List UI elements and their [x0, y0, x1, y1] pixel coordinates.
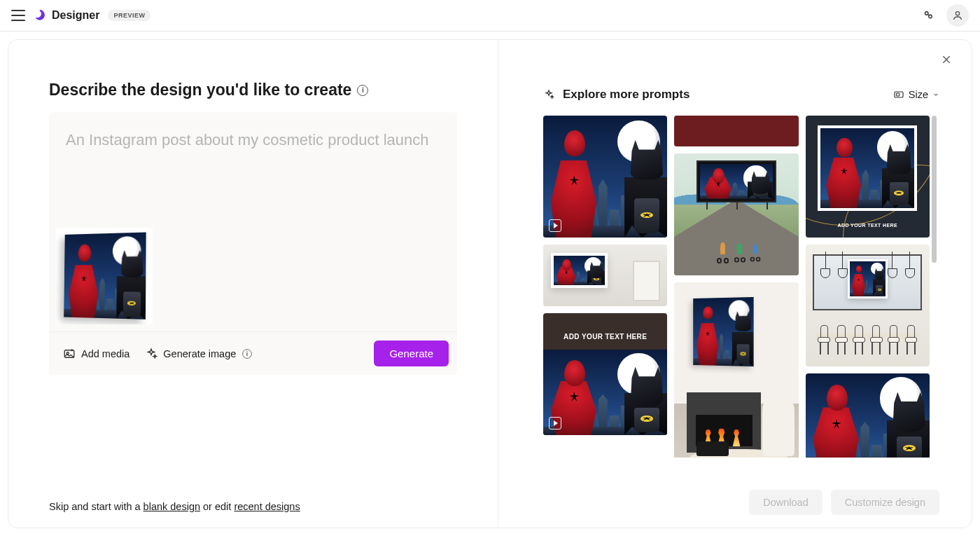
sparkle-icon — [145, 348, 158, 360]
explore-heading-label: Explore more prompts — [563, 88, 690, 102]
play-icon — [549, 417, 561, 430]
app-header: Designer PREVIEW — [0, 0, 980, 32]
aspect-ratio-icon — [893, 89, 904, 100]
preview-badge: PREVIEW — [108, 10, 150, 21]
main-card: Describe the design you'd like to create… — [8, 39, 972, 528]
recent-designs-link[interactable]: recent designs — [234, 501, 300, 512]
suggestion-tile[interactable] — [806, 373, 930, 458]
attached-media-strip — [49, 228, 457, 331]
scrollbar[interactable] — [932, 116, 937, 263]
svg-rect-5 — [895, 92, 903, 97]
sparkle-icon — [543, 89, 554, 100]
generate-image-label: Generate image — [163, 348, 236, 359]
account-icon[interactable] — [946, 4, 969, 27]
prompt-heading: Describe the design you'd like to create… — [49, 81, 457, 99]
image-plus-icon — [63, 348, 76, 360]
play-icon — [549, 219, 561, 232]
explore-row: Explore more prompts Size — [543, 88, 939, 102]
suggestion-tile[interactable] — [674, 116, 798, 146]
suggestion-tile[interactable] — [543, 116, 667, 238]
header-right — [917, 4, 969, 27]
close-icon[interactable] — [941, 54, 952, 68]
generate-button[interactable]: Generate — [374, 341, 449, 366]
prompt-box: An Instagram post about my cosmetic prod… — [49, 112, 457, 375]
header-left: Designer PREVIEW — [11, 8, 150, 22]
suggestion-tile[interactable] — [806, 245, 930, 366]
customize-design-button[interactable]: Customize design — [831, 490, 939, 515]
info-icon[interactable]: i — [357, 85, 368, 96]
suggestion-tile[interactable]: ADD YOUR TEXT HERE — [543, 313, 667, 435]
generate-image-button[interactable]: Generate image i — [145, 348, 253, 360]
download-button[interactable]: Download — [749, 490, 822, 515]
right-panel: Explore more prompts Size — [498, 40, 972, 528]
suggestion-tile[interactable]: ADD YOUR TEXT HERE — [806, 116, 930, 238]
skip-text-prefix: Skip and start with a — [49, 501, 144, 512]
suggestions-gallery: ADD YOUR TEXT HERE — [543, 116, 939, 458]
svg-point-2 — [955, 12, 959, 15]
chevron-down-icon — [932, 91, 939, 98]
tile-caption: ADD YOUR TEXT HERE — [806, 223, 930, 228]
prompt-actions: Add media Generate image i Generate — [49, 331, 457, 375]
tile-caption: ADD YOUR TEXT HERE — [543, 333, 667, 341]
app-logo[interactable]: Designer — [34, 8, 99, 22]
suggestion-tile[interactable] — [674, 153, 798, 275]
skip-text-mid: or edit — [200, 501, 234, 512]
size-label: Size — [909, 89, 928, 100]
blank-design-link[interactable]: blank design — [144, 501, 200, 512]
attached-media-thumb[interactable] — [56, 228, 153, 324]
info-icon[interactable]: i — [243, 349, 253, 359]
add-media-button[interactable]: Add media — [63, 348, 130, 360]
suggestion-tile[interactable] — [543, 245, 667, 306]
add-media-label: Add media — [81, 348, 130, 359]
hamburger-menu-icon[interactable] — [11, 10, 25, 21]
feedback-icon[interactable] — [917, 4, 939, 27]
suggestion-tile[interactable] — [674, 282, 798, 458]
explore-heading: Explore more prompts — [543, 88, 690, 102]
prompt-heading-text: Describe the design you'd like to create — [49, 81, 351, 99]
app-name: Designer — [52, 9, 99, 22]
designer-swirl-icon — [34, 8, 48, 22]
left-panel: Describe the design you'd like to create… — [8, 40, 498, 528]
skip-line: Skip and start with a blank design or ed… — [49, 501, 300, 512]
prompt-input[interactable]: An Instagram post about my cosmetic prod… — [49, 112, 457, 228]
size-dropdown[interactable]: Size — [893, 89, 939, 100]
svg-rect-6 — [896, 93, 899, 96]
bottom-actions: Download Customize design — [749, 490, 939, 515]
